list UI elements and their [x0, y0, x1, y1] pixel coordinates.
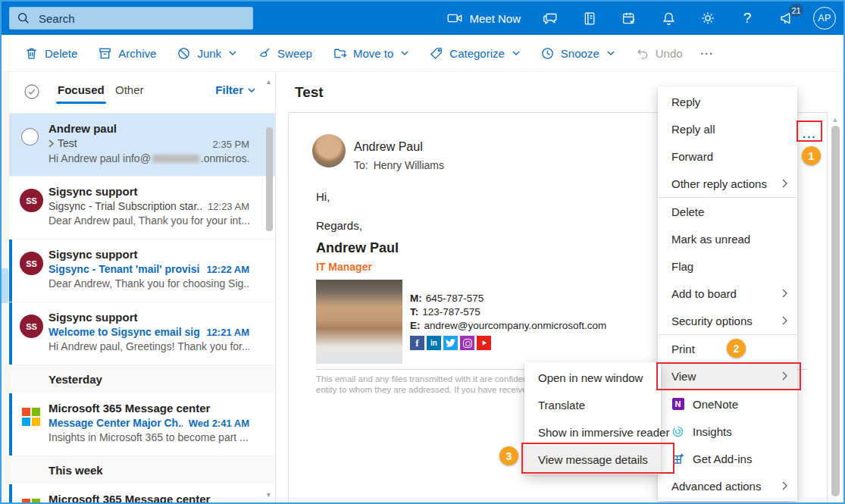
mail-sender: Sigsync support [49, 185, 249, 198]
junk-button[interactable]: Junk [177, 46, 236, 61]
menu-item-other-reply-actions[interactable]: Other reply actions [658, 170, 797, 197]
menu-item-add-to-board[interactable]: Add to board [658, 280, 797, 307]
archive-button[interactable]: Archive [98, 46, 156, 61]
select-message-radio[interactable] [21, 128, 39, 146]
menu-item-reply[interactable]: Reply [658, 88, 797, 115]
mail-item-sigsync-trial[interactable]: SS Sigsync support Sigsync - Trial Subsc… [9, 177, 275, 239]
tab-focused[interactable]: Focused [58, 83, 105, 96]
submenu-item-open-in-new-window[interactable]: Open in new window [524, 364, 661, 391]
list-scroll-down-icon[interactable]: ▼ [265, 491, 272, 499]
snooze-button[interactable]: Snooze [540, 46, 615, 61]
top-header: Meet Now [2, 2, 843, 35]
account-avatar[interactable]: AP [813, 7, 836, 30]
mail-preview: Insights in Microsoft 365 to become part… [49, 431, 249, 443]
menu-item-onenote[interactable]: N OneNote [658, 390, 797, 418]
whats-new-button[interactable]: 21 [775, 7, 798, 30]
notebook-button[interactable] [578, 7, 601, 30]
mail-preview: Hi Andrew paul, Greetings! Thank you for… [49, 340, 249, 352]
archive-icon [98, 46, 112, 61]
mail-sender: Microsoft 365 Message center [49, 493, 249, 504]
move-to-button[interactable]: Move to [333, 46, 408, 61]
search-box[interactable] [9, 7, 253, 30]
mail-sender: Andrew paul [49, 122, 249, 135]
mail-time: 12:23 AM [208, 201, 249, 212]
chevron-right-icon [782, 481, 787, 490]
section-this-week: This week [9, 456, 275, 484]
mail-sender: Sigsync support [49, 248, 249, 261]
menu-item-security-options[interactable]: Security options [658, 307, 797, 334]
mail-preview: Hi Andrew paul info@.onmicros... [49, 152, 249, 164]
recipient-name[interactable]: Henry Williams [374, 159, 444, 171]
signature-email: E:andrew@yourcompany.onmicrosoft.com [410, 320, 606, 331]
sweep-button[interactable]: Sweep [257, 46, 312, 61]
meet-now-button[interactable]: Meet Now [446, 10, 521, 27]
mail-item-sigsync-welcome[interactable]: SS Sigsync support Welcome to Sigsync em… [9, 302, 275, 365]
signature-social-icons: f in [410, 336, 491, 350]
linkedin-icon[interactable]: in [427, 336, 441, 350]
message-list-header: Focused Other Filter [9, 72, 275, 114]
list-scroll-up-icon[interactable]: ▲ [265, 78, 272, 86]
toolbar-more-button[interactable]: ⋯ [700, 45, 715, 61]
facebook-icon[interactable]: f [410, 336, 424, 350]
recipient-line: To:Henry Williams [354, 159, 444, 171]
sender-name[interactable]: Andrew Paul [354, 140, 423, 154]
twitter-icon[interactable] [443, 336, 458, 350]
message-context-menu: Reply Reply all Forward Other reply acti… [658, 86, 797, 501]
menu-item-advanced-actions[interactable]: Advanced actions [658, 472, 797, 499]
tab-other[interactable]: Other [115, 83, 144, 96]
expand-conversation-icon[interactable] [49, 139, 54, 148]
tasks-button[interactable] [618, 7, 640, 30]
mail-item-test[interactable]: Andrew paul Test 2:35 PM Hi Andrew paul … [9, 114, 275, 177]
header-actions: Meet Now [446, 2, 836, 35]
mail-item-sigsync-tenant[interactable]: SS Sigsync support Sigsync - Tenant 'mai… [9, 239, 275, 302]
meet-now-label: Meet Now [469, 12, 521, 25]
menu-item-reply-all[interactable]: Reply all [658, 115, 797, 142]
mail-time: 12:22 AM [206, 264, 249, 275]
annotation-rect-more-actions [796, 121, 822, 142]
folder-arrow-icon [333, 46, 347, 61]
microsoft-logo-icon [22, 499, 40, 504]
menu-item-insights[interactable]: Insights [658, 418, 797, 445]
mail-sender: Microsoft 365 Message center [49, 402, 249, 415]
undo-button[interactable]: Undo [635, 46, 683, 61]
delete-button[interactable]: Delete [24, 46, 77, 61]
chat-button[interactable] [539, 7, 562, 30]
mail-time: Wed 2:41 AM [189, 418, 249, 429]
select-all-icon[interactable] [23, 83, 41, 101]
menu-item-get-add-ins[interactable]: Get Add-ins [658, 445, 797, 472]
reading-scroll-up-icon[interactable]: ▲ [831, 115, 839, 124]
filter-button[interactable]: Filter [215, 83, 255, 96]
avatar-ss: SS [20, 189, 43, 212]
mail-item-message-center[interactable]: Microsoft 365 Message center Message Cen… [9, 393, 275, 456]
menu-item-forward[interactable]: Forward [658, 142, 797, 170]
instagram-icon[interactable] [460, 336, 474, 350]
settings-button[interactable] [696, 7, 719, 30]
notifications-button[interactable] [657, 7, 680, 30]
folder-pane-handle[interactable] [2, 268, 8, 303]
command-toolbar: Delete Archive Junk Sweep Move to [2, 35, 843, 72]
list-scrollbar-thumb[interactable] [266, 127, 273, 231]
submenu-item-translate[interactable]: Translate [524, 391, 661, 418]
redacted-text [152, 155, 199, 163]
menu-item-flag[interactable]: Flag [658, 252, 797, 280]
search-input[interactable] [37, 11, 246, 26]
youtube-icon[interactable] [477, 336, 491, 350]
body-closing: Regards, [316, 219, 362, 232]
avatar-initials: AP [818, 13, 831, 23]
search-icon [17, 11, 30, 25]
menu-item-delete[interactable]: Delete [658, 198, 797, 225]
submenu-item-show-in-immersive-reader[interactable]: Show in immersive reader [524, 418, 661, 446]
signature-email-address[interactable]: andrew@yourcompany.onmicrosoft.com [424, 320, 607, 331]
mail-preview: Dear Andrew, Thank you for choosing Sig.… [49, 277, 249, 290]
signature-title: IT Manager [316, 261, 372, 273]
categorize-button[interactable]: Categorize [429, 46, 520, 61]
trash-icon [24, 46, 39, 61]
signature-mobile: M:645-787-575 [410, 293, 484, 304]
mail-time: 12:21 AM [206, 327, 249, 338]
sender-photo[interactable] [312, 134, 346, 167]
bell-icon [661, 11, 677, 27]
menu-item-mark-as-unread[interactable]: Mark as unread [658, 225, 797, 252]
help-button[interactable]: ? [736, 7, 759, 30]
mail-item-message-center-2[interactable]: Microsoft 365 Message center [9, 484, 275, 504]
reading-scrollbar-thumb[interactable] [831, 126, 840, 496]
